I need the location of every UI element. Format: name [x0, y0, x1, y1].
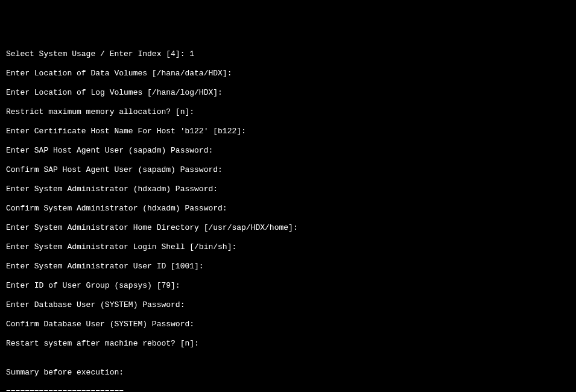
- prompt-line: Confirm SAP Host Agent User (sapadm) Pas…: [6, 165, 576, 175]
- summary-header: Summary before execution:: [6, 368, 576, 378]
- prompt-line: Enter SAP Host Agent User (sapadm) Passw…: [6, 146, 576, 156]
- prompt-line: Confirm Database User (SYSTEM) Password:: [6, 320, 576, 329]
- prompt-line: Enter Database User (SYSTEM) Password:: [6, 300, 576, 310]
- prompt-line: Enter ID of User Group (sapsys) [79]:: [6, 281, 576, 291]
- prompt-line: Enter System Administrator User ID [1001…: [6, 262, 576, 271]
- prompt-line: Restart system after machine reboot? [n]…: [6, 339, 576, 349]
- prompt-line: Enter System Administrator Login Shell […: [6, 242, 576, 252]
- prompt-line: Enter System Administrator Home Director…: [6, 223, 576, 233]
- prompt-line: Confirm System Administrator (hdxadm) Pa…: [6, 204, 576, 213]
- terminal-output: Select System Usage / Enter Index [4]: 1…: [6, 40, 576, 392]
- prompt-line: Enter Certificate Host Name For Host 'b1…: [6, 127, 576, 136]
- prompt-line: Enter Location of Data Volumes [/hana/da…: [6, 69, 576, 78]
- prompt-line: Restrict maximum memory allocation? [n]:: [6, 107, 576, 117]
- summary-divider: =========================: [6, 387, 576, 392]
- prompt-line: Select System Usage / Enter Index [4]: 1: [6, 49, 576, 59]
- prompt-line: Enter Location of Log Volumes [/hana/log…: [6, 88, 576, 98]
- prompt-line: Enter System Administrator (hdxadm) Pass…: [6, 185, 576, 194]
